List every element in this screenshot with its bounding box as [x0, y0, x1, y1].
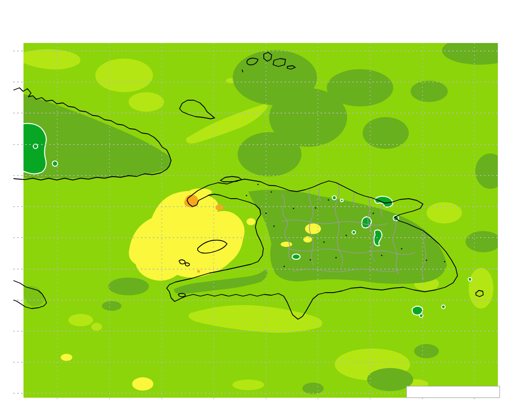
weather-map	[0, 0, 532, 411]
temperature-shading	[20, 36, 517, 398]
